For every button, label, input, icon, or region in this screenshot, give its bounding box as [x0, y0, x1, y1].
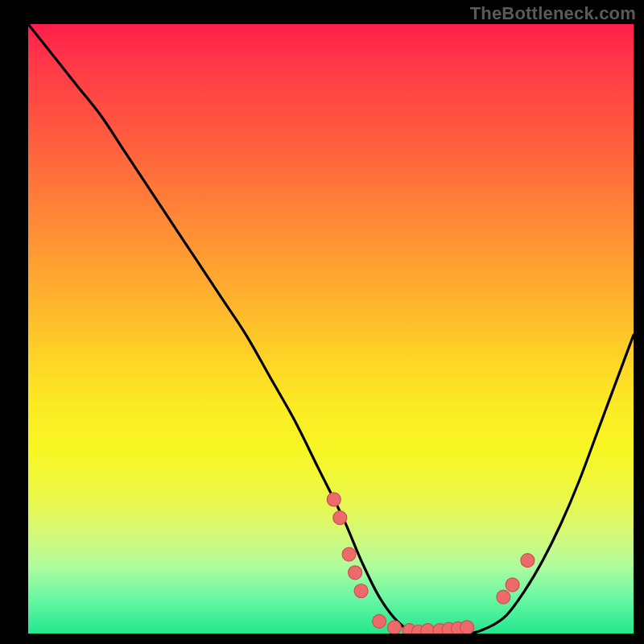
- data-point: [506, 578, 519, 592]
- chart-plot-area: [28, 24, 634, 634]
- attribution-text: TheBottleneck.com: [470, 3, 636, 24]
- data-point: [342, 547, 356, 561]
- data-point: [333, 511, 347, 525]
- data-point: [373, 614, 386, 628]
- data-point: [497, 590, 510, 604]
- data-point: [354, 584, 368, 598]
- data-point: [387, 621, 401, 634]
- data-point: [460, 621, 474, 634]
- data-point: [521, 554, 535, 568]
- bottleneck-curve: [28, 24, 634, 634]
- data-point: [421, 624, 435, 634]
- data-point: [327, 493, 341, 506]
- data-point: [349, 566, 362, 580]
